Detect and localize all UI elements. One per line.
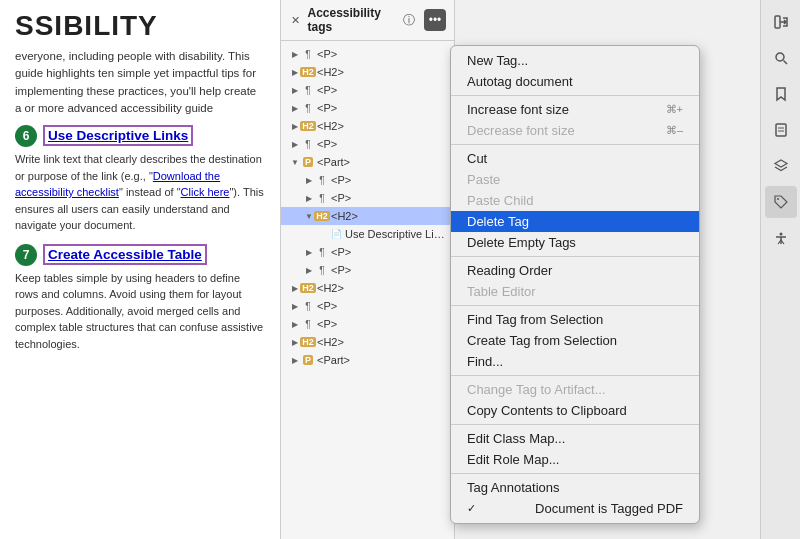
close-button[interactable]: ✕ xyxy=(289,13,302,27)
sidebar-share-icon[interactable] xyxy=(765,6,797,38)
tree-arrow xyxy=(289,138,301,150)
menu-table-editor: Table Editor xyxy=(451,281,699,302)
menu-paste-label: Paste xyxy=(467,172,500,187)
menu-increase-font-label: Increase font size xyxy=(467,102,569,117)
h2-icon: H2 xyxy=(315,209,329,223)
tree-item-p9[interactable]: ¶ <P> xyxy=(281,297,454,315)
tree-item-h2-4[interactable]: H2 <H2> xyxy=(281,333,454,351)
tree-item-part-2[interactable]: P <Part> xyxy=(281,351,454,369)
menu-divider-3 xyxy=(451,256,699,257)
h2-icon: H2 xyxy=(301,281,315,295)
tags-header: ✕ Accessibility tags ⓘ ••• xyxy=(281,0,454,41)
tree-item-h2-selected[interactable]: H2 <H2> xyxy=(281,207,454,225)
menu-decrease-font-shortcut: ⌘– xyxy=(666,124,683,137)
menu-find-tag[interactable]: Find Tag from Selection xyxy=(451,309,699,330)
menu-reading-order[interactable]: Reading Order xyxy=(451,260,699,281)
p-icon: ¶ xyxy=(301,317,315,331)
svg-point-7 xyxy=(779,233,782,236)
more-options-button[interactable]: ••• xyxy=(424,9,446,31)
tree-item-h2-2[interactable]: H2 <H2> xyxy=(281,117,454,135)
menu-tag-annotations-label: Tag Annotations xyxy=(467,480,560,495)
tree-item-p1[interactable]: ¶ <P> xyxy=(281,45,454,63)
menu-copy-clipboard-label: Copy Contents to Clipboard xyxy=(467,403,627,418)
menu-delete-empty[interactable]: Delete Empty Tags xyxy=(451,232,699,253)
menu-cut[interactable]: Cut xyxy=(451,148,699,169)
tree-arrow xyxy=(289,354,301,366)
sidebar-tags-icon[interactable] xyxy=(765,186,797,218)
sidebar-accessibility-icon[interactable] xyxy=(765,222,797,254)
tree-item-h2-3[interactable]: H2 <H2> xyxy=(281,279,454,297)
tree-arrow xyxy=(289,156,301,168)
menu-paste-child: Paste Child xyxy=(451,190,699,211)
section-6-text: Write link text that clearly descri­bes … xyxy=(15,151,265,234)
menu-edit-role-label: Edit Role Map... xyxy=(467,452,560,467)
menu-copy-clipboard[interactable]: Copy Contents to Clipboard xyxy=(451,400,699,421)
tree-item-p8[interactable]: ¶ <P> xyxy=(281,261,454,279)
info-button[interactable]: ⓘ xyxy=(398,9,420,31)
menu-autotag[interactable]: Autotag document xyxy=(451,71,699,92)
menu-delete-empty-label: Delete Empty Tags xyxy=(467,235,576,250)
menu-tag-annotations[interactable]: Tag Annotations xyxy=(451,477,699,498)
p-icon: ¶ xyxy=(301,101,315,115)
svg-line-2 xyxy=(783,61,787,65)
menu-edit-role[interactable]: Edit Role Map... xyxy=(451,449,699,470)
menu-divider-6 xyxy=(451,424,699,425)
tree-item-h2-1[interactable]: H2 <H2> xyxy=(281,63,454,81)
tree-item-p2[interactable]: ¶ <P> xyxy=(281,81,454,99)
tree-item-part[interactable]: P <Part> xyxy=(281,153,454,171)
svg-rect-0 xyxy=(775,16,780,28)
tree-arrow xyxy=(303,174,315,186)
section-7: 7 Create Accessible Table Keep tables si… xyxy=(15,244,265,353)
tree-arrow xyxy=(289,102,301,114)
tags-title: Accessibility tags xyxy=(308,6,399,34)
menu-edit-class[interactable]: Edit Class Map... xyxy=(451,428,699,449)
h2-icon: H2 xyxy=(301,119,315,133)
p-icon: ¶ xyxy=(315,173,329,187)
menu-divider-5 xyxy=(451,375,699,376)
tree-arrow xyxy=(289,48,301,60)
context-menu: New Tag... Autotag document Increase fon… xyxy=(450,45,700,524)
section-6-num: 6 xyxy=(15,125,37,147)
menu-autotag-label: Autotag document xyxy=(467,74,573,89)
menu-increase-font[interactable]: Increase font size ⌘+ xyxy=(451,99,699,120)
tree-arrow xyxy=(289,120,301,132)
tree-item-p4[interactable]: ¶ <P> xyxy=(281,135,454,153)
sidebar-pages-icon[interactable] xyxy=(765,114,797,146)
tree-arrow xyxy=(289,282,301,294)
p-icon: ¶ xyxy=(301,47,315,61)
menu-delete-tag[interactable]: Delete Tag xyxy=(451,211,699,232)
tree-arrow xyxy=(289,318,301,330)
tags-tree[interactable]: ¶ <P> H2 <H2> ¶ <P> ¶ <P> H2 <H2> xyxy=(281,41,454,539)
tree-item-p6[interactable]: ¶ <P> xyxy=(281,189,454,207)
section-7-num: 7 xyxy=(15,244,37,266)
menu-find[interactable]: Find... xyxy=(451,351,699,372)
tree-arrow xyxy=(317,228,329,240)
tree-arrow xyxy=(289,300,301,312)
tree-item-p3[interactable]: ¶ <P> xyxy=(281,99,454,117)
menu-divider-7 xyxy=(451,473,699,474)
menu-delete-tag-label: Delete Tag xyxy=(467,214,529,229)
sidebar-layers-icon[interactable] xyxy=(765,150,797,182)
tree-arrow xyxy=(303,192,315,204)
menu-paste-child-label: Paste Child xyxy=(467,193,533,208)
tree-arrow xyxy=(303,246,315,258)
tree-item-p7[interactable]: ¶ <P> xyxy=(281,243,454,261)
click-here-link[interactable]: Click here xyxy=(181,186,230,198)
document-area: SSIBILITY everyone, including people wit… xyxy=(0,0,280,539)
tree-arrow xyxy=(289,84,301,96)
tree-item-descriptive-links[interactable]: 📄 Use Descriptive Links xyxy=(281,225,454,243)
tree-item-p5[interactable]: ¶ <P> xyxy=(281,171,454,189)
menu-new-tag[interactable]: New Tag... xyxy=(451,50,699,71)
svg-point-1 xyxy=(776,53,784,61)
right-sidebar xyxy=(760,0,800,539)
p-icon: ¶ xyxy=(301,137,315,151)
sidebar-search-icon[interactable] xyxy=(765,42,797,74)
tree-item-p10[interactable]: ¶ <P> xyxy=(281,315,454,333)
menu-divider-4 xyxy=(451,305,699,306)
menu-create-tag[interactable]: Create Tag from Selection xyxy=(451,330,699,351)
p-icon: ¶ xyxy=(301,299,315,313)
check-mark: ✓ xyxy=(467,502,483,515)
sidebar-bookmark-icon[interactable] xyxy=(765,78,797,110)
menu-decrease-font: Decrease font size ⌘– xyxy=(451,120,699,141)
menu-doc-tagged[interactable]: ✓ Document is Tagged PDF xyxy=(451,498,699,519)
